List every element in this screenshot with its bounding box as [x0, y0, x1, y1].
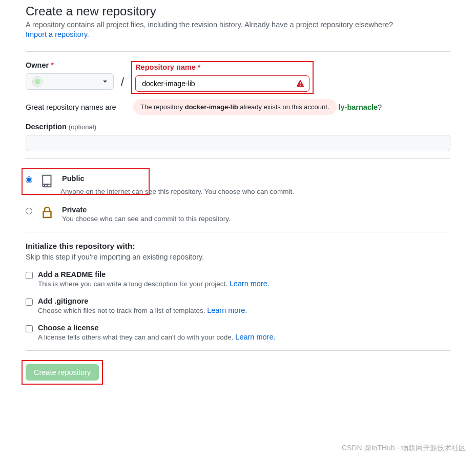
choose-license-checkbox[interactable] [26, 325, 33, 332]
gitignore-learn-more-link[interactable]: Learn more. [207, 306, 247, 314]
divider [26, 158, 450, 159]
owner-label: Owner * [26, 61, 114, 69]
repo-name-highlight-box: Repository name * [131, 61, 314, 94]
license-title: Choose a license [38, 324, 276, 332]
add-readme-checkbox[interactable] [26, 272, 33, 279]
divider [26, 51, 450, 52]
visibility-private-radio[interactable] [26, 208, 32, 214]
description-input[interactable] [26, 135, 450, 151]
initialize-heading: Initialize this repository with: [26, 242, 450, 251]
owner-dropdown[interactable] [26, 73, 114, 90]
lock-icon [39, 205, 55, 220]
create-repository-button[interactable]: Create repository [26, 364, 99, 381]
repo-icon [39, 173, 55, 189]
readme-description: This is where you can write a long descr… [38, 280, 270, 288]
repo-name-input[interactable] [135, 75, 309, 92]
add-gitignore-checkbox[interactable] [26, 298, 33, 306]
private-description: You choose who can see and commit to thi… [62, 215, 231, 223]
slash-separator: / [121, 75, 124, 89]
alert-triangle-icon [296, 79, 304, 88]
readme-title: Add a README file [38, 270, 270, 278]
page-title: Create a new repository [26, 4, 450, 18]
page-subtitle: A repository contains all project files,… [26, 21, 450, 29]
public-description: Anyone on the internet can see this repo… [60, 188, 450, 195]
repo-name-label: Repository name * [135, 63, 309, 71]
divider [26, 232, 450, 232]
gitignore-description: Choose which files not to track from a l… [38, 306, 247, 314]
gitignore-title: Add .gitignore [38, 297, 247, 305]
repo-error-tooltip: The repository docker-image-lib already … [133, 99, 337, 115]
avatar-icon [32, 76, 43, 87]
private-title: Private [62, 206, 231, 214]
initialize-subheading: Skip this step if you're importing an ex… [26, 253, 450, 261]
public-title: Public [62, 174, 85, 183]
submit-highlight-box: Create repository [22, 360, 103, 385]
license-learn-more-link[interactable]: Learn more. [235, 333, 275, 341]
import-repository-link[interactable]: Import a repository. [26, 30, 89, 38]
divider [26, 350, 450, 351]
repo-name-hint: Great repository names are The repositor… [26, 103, 450, 111]
license-description: A license tells others what they can and… [38, 333, 276, 341]
description-label: Description (optional) [26, 123, 450, 131]
readme-learn-more-link[interactable]: Learn more. [230, 280, 270, 288]
chevron-down-icon [103, 81, 107, 83]
visibility-public-radio[interactable] [26, 176, 32, 183]
